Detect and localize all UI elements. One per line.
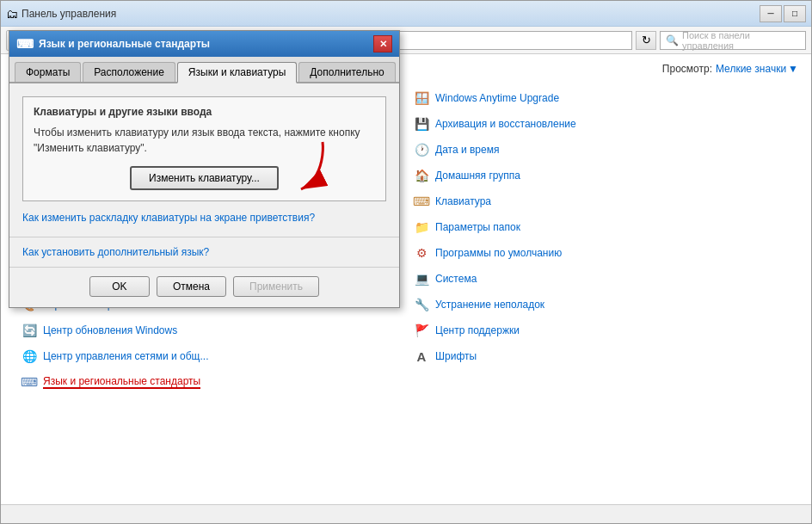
fonts-icon: A: [413, 348, 430, 365]
maximize-button[interactable]: □: [784, 5, 806, 22]
lang-dialog: ⌨ Язык и региональные стандарты ✕ Формат…: [9, 30, 400, 308]
list-item[interactable]: 🏠 Домашняя группа: [406, 163, 798, 188]
system-icon: 💻: [413, 270, 430, 287]
tab-formats[interactable]: Форматы: [15, 62, 81, 82]
search-placeholder: Поиск в панели управления: [682, 30, 800, 51]
keyboard-icon: ⌨: [413, 193, 430, 210]
group-text: Чтобы изменить клавиатуру или язык ввода…: [34, 125, 375, 156]
list-item[interactable]: A Шрифты: [406, 343, 798, 369]
list-item[interactable]: 🔄 Центр обновления Windows: [14, 317, 406, 343]
group-title: Клавиатуры и другие языки ввода: [34, 106, 375, 118]
install-lang-link[interactable]: Как установить дополнительный язык?: [22, 246, 209, 258]
dialog-bottom-buttons: OK Отмена Применить: [9, 267, 399, 307]
tab-formats-label: Форматы: [26, 66, 70, 78]
items-col2: 🪟 Windows Anytime Upgrade 💾 Архивация и …: [406, 85, 798, 395]
wupdate-icon: 🔄: [21, 322, 38, 339]
apply-button[interactable]: Применить: [233, 276, 319, 297]
greeting-screen-link[interactable]: Как изменить раскладку клавиатуры на экр…: [22, 212, 315, 224]
network-icon: 🌐: [21, 348, 38, 365]
dialog-titlebar: ⌨ Язык и региональные стандарты ✕: [9, 31, 399, 57]
cancel-button[interactable]: Отмена: [157, 276, 226, 297]
dialog-close-button[interactable]: ✕: [373, 35, 392, 52]
homegroup-icon: 🏠: [413, 167, 430, 184]
folder-icon: 📁: [413, 219, 430, 236]
ok-button[interactable]: OK: [89, 276, 150, 297]
window-title: Панель управления: [22, 8, 116, 20]
change-keyboard-button[interactable]: Изменить клавиатуру...: [130, 166, 279, 190]
list-item[interactable]: 🪟 Windows Anytime Upgrade: [406, 85, 798, 111]
keyboard-label: Клавиатура: [435, 195, 491, 207]
view-mode: Мелкие значки: [716, 63, 786, 75]
fonts-label: Шрифты: [435, 350, 477, 362]
backup-icon: 💾: [413, 115, 430, 133]
view-label: Просмотр:: [662, 63, 712, 75]
troubleshoot-label: Устранение неполадок: [435, 299, 544, 311]
list-item[interactable]: 🕐 Дата и время: [406, 137, 798, 163]
list-item[interactable]: 🌐 Центр управления сетями и общ...: [14, 343, 406, 369]
list-item[interactable]: 🚩 Центр поддержки: [406, 317, 798, 343]
wupdate-label: Центр обновления Windows: [43, 324, 177, 336]
tab-languages[interactable]: Языки и клавиатуры: [177, 62, 297, 83]
anytime-label: Windows Anytime Upgrade: [435, 92, 559, 104]
dialog-footer: Как установить дополнительный язык?: [9, 237, 399, 267]
datetime-label: Дата и время: [435, 144, 499, 156]
list-item[interactable]: 📁 Параметры папок: [406, 214, 798, 240]
dialog-title: Язык и региональные стандарты: [39, 38, 373, 50]
lang-icon: ⌨: [21, 373, 38, 391]
tab-advanced[interactable]: Дополнительно: [298, 62, 395, 82]
search-box[interactable]: 🔍 Поиск в панели управления: [660, 31, 806, 50]
helpsupport-icon: 🚩: [413, 322, 430, 339]
dialog-title-icon: ⌨: [16, 37, 34, 51]
list-item[interactable]: ⚙ Программы по умолчанию: [406, 240, 798, 266]
search-icon: 🔍: [666, 34, 679, 46]
refresh-button[interactable]: ↻: [636, 31, 656, 50]
window-icon: 🗂: [6, 7, 18, 21]
anytime-icon: 🪟: [413, 89, 430, 107]
default-label: Программы по умолчанию: [435, 247, 562, 259]
list-item[interactable]: 🔧 Устранение неполадок: [406, 292, 798, 317]
dialog-body: Клавиатуры и другие языки ввода Чтобы из…: [9, 83, 399, 237]
homegroup-label: Домашняя группа: [435, 170, 520, 182]
lang-panel-item[interactable]: ⌨ Язык и региональные стандарты: [14, 369, 406, 395]
network-label: Центр управления сетями и общ...: [43, 350, 208, 362]
list-item[interactable]: 💻 Система: [406, 266, 798, 292]
system-label: Система: [435, 273, 477, 285]
troubleshoot-icon: 🔧: [413, 296, 430, 313]
folder-label: Параметры папок: [435, 221, 520, 233]
default-icon: ⚙: [413, 244, 430, 262]
list-item[interactable]: 💾 Архивация и восстановление: [406, 111, 798, 137]
dialog-overlay: ⌨ Язык и региональные стандарты ✕ Формат…: [9, 30, 400, 308]
lang-label: Язык и региональные стандарты: [43, 375, 200, 389]
dialog-tabs: Форматы Расположение Языки и клавиатуры …: [9, 57, 399, 83]
backup-label: Архивация и восстановление: [435, 118, 576, 130]
list-item[interactable]: ⌨ Клавиатура: [406, 188, 798, 214]
tab-languages-label: Языки и клавиатуры: [188, 66, 286, 78]
helpsupport-label: Центр поддержки: [435, 324, 520, 336]
keyboard-group: Клавиатуры и другие языки ввода Чтобы из…: [22, 96, 386, 201]
tab-advanced-label: Дополнительно: [310, 66, 384, 78]
status-bar: [1, 504, 811, 523]
tab-location[interactable]: Расположение: [83, 62, 175, 82]
minimize-button[interactable]: ─: [760, 5, 782, 22]
view-select[interactable]: Мелкие значки ▼: [716, 63, 798, 75]
chevron-icon: ▼: [788, 63, 798, 75]
title-bar-buttons: ─ □: [760, 5, 806, 22]
datetime-icon: 🕐: [413, 141, 430, 158]
title-bar: 🗂 Панель управления ─ □: [1, 1, 811, 27]
tab-location-label: Расположение: [94, 66, 164, 78]
